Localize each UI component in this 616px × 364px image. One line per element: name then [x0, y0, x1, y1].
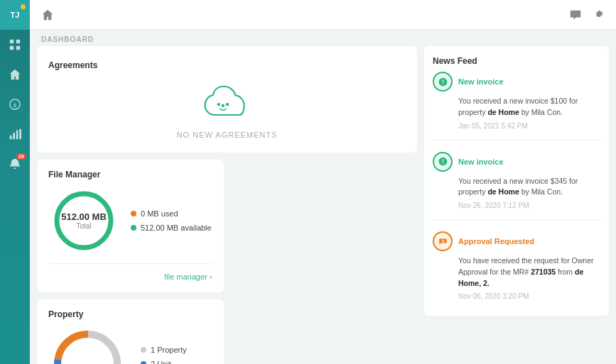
- file-manager-link[interactable]: file manager ›: [164, 272, 212, 281]
- svg-rect-8: [16, 131, 18, 140]
- file-used-label: 0 MB used: [141, 209, 178, 218]
- svg-text:$: $: [13, 102, 17, 109]
- news-timestamp-1: Jan 05, 2021 5:42 PM: [458, 122, 600, 130]
- svg-rect-1: [16, 40, 20, 43]
- file-donut: 512.00 MB Total: [48, 185, 119, 256]
- svg-point-11: [217, 102, 220, 105]
- approval-icon: [433, 231, 453, 251]
- news-body-3: You have received the request for Owner …: [458, 255, 600, 289]
- sidebar-item-home[interactable]: [0, 60, 30, 89]
- news-body-1: You received a new invoice $100 for prop…: [458, 96, 600, 118]
- svg-point-12: [225, 102, 228, 105]
- legend-label-unit: 2 Unit: [151, 360, 171, 364]
- main-content: DASHBOARD Agreements NO NEW AGREEMENTS: [30, 0, 616, 364]
- svg-rect-3: [16, 46, 20, 50]
- sidebar: TJ $ 28: [0, 0, 30, 364]
- svg-rect-6: [10, 136, 12, 139]
- file-manager-link-text: file manager: [164, 272, 207, 281]
- file-manager-card: File Manager 512.00 MB Total: [37, 160, 224, 292]
- file-legend-available: 512.00 MB available: [131, 224, 212, 232]
- topbar-home-icon[interactable]: [41, 9, 54, 21]
- grid-area: Agreements NO NEW AGREEMENTS News Feed: [30, 46, 616, 364]
- chat-icon[interactable]: [569, 9, 582, 21]
- no-agreements-text: NO NEW AGREEMENTS: [177, 131, 278, 139]
- legend-dot-unit: [141, 361, 146, 364]
- legend-item-unit: 2 Unit: [141, 360, 188, 364]
- property-legend: 1 Property 2 Unit 1 Manager: [141, 346, 188, 364]
- file-legend-used: 0 MB used: [131, 209, 212, 218]
- file-available-label: 512.00 MB available: [141, 224, 212, 232]
- news-label-approval: Approval Requested: [458, 237, 534, 246]
- settings-icon[interactable]: [592, 9, 605, 21]
- news-item: Approval Requested You have received the…: [433, 231, 600, 310]
- agreements-card: Agreements NO NEW AGREEMENTS: [37, 46, 417, 153]
- news-timestamp-2: Nov 26, 2020 7:12 PM: [458, 202, 600, 209]
- legend-label-property: 1 Property: [151, 346, 187, 354]
- avatar-initials: TJ: [11, 11, 20, 19]
- property-donut: [48, 325, 126, 364]
- dashboard-label: DASHBOARD: [30, 30, 616, 46]
- property-title: Property: [48, 309, 212, 319]
- legend-item-property: 1 Property: [141, 346, 188, 354]
- bottom-row: Property: [37, 160, 417, 364]
- file-manager-title: File Manager: [48, 170, 212, 180]
- property-card: Property: [37, 299, 224, 364]
- news-timestamp-3: Nov 06, 2020 3:20 PM: [458, 292, 600, 300]
- agreements-title: Agreements: [48, 60, 97, 70]
- svg-rect-7: [13, 133, 15, 139]
- cloud-icon: [202, 83, 252, 125]
- news-item: New invoice You received a new invoice $…: [433, 152, 600, 221]
- file-legend: 0 MB used 512.00 MB available: [131, 209, 212, 232]
- news-label-invoice: New invoice: [458, 77, 504, 86]
- news-feed-title: News Feed: [433, 56, 600, 66]
- invoice-icon-2: [433, 152, 453, 172]
- body-area: DASHBOARD Agreements NO NEW AGREEMENTS: [30, 30, 616, 364]
- file-available-dot: [131, 225, 136, 231]
- sidebar-item-finance[interactable]: $: [0, 89, 30, 119]
- avatar[interactable]: TJ: [0, 0, 30, 30]
- svg-rect-2: [10, 46, 13, 50]
- file-total-size: 512.00 MB: [61, 211, 107, 222]
- legend-dot-property: [141, 347, 146, 353]
- sidebar-item-notifications[interactable]: 28: [0, 149, 30, 179]
- svg-rect-0: [10, 40, 13, 43]
- svg-point-10: [221, 104, 224, 106]
- invoice-icon: [433, 72, 453, 92]
- file-total-sub: Total: [61, 222, 107, 230]
- topbar: [30, 0, 616, 30]
- sidebar-item-reports[interactable]: [0, 119, 30, 149]
- news-feed-card: News Feed New invoice You received a new…: [424, 46, 609, 316]
- news-item: New invoice You received a new invoice $…: [433, 72, 600, 140]
- svg-rect-9: [19, 129, 21, 139]
- sidebar-item-apps[interactable]: [0, 30, 30, 60]
- arrow-right-icon: ›: [210, 272, 212, 281]
- news-label-invoice-2: New invoice: [458, 158, 504, 166]
- file-used-dot: [131, 211, 136, 216]
- notification-count: 28: [16, 153, 26, 160]
- avatar-status-dot: [21, 4, 26, 9]
- news-body-2: You received a new invoice $345 for prop…: [458, 176, 600, 199]
